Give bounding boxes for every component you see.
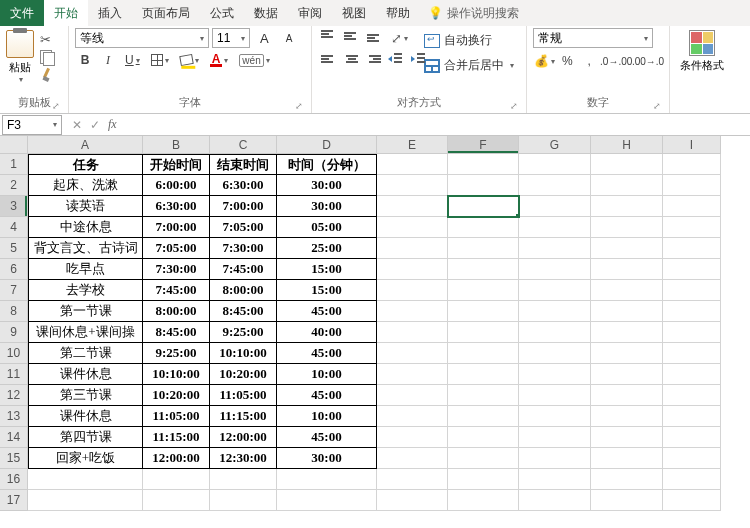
cell-A4[interactable]: 中途休息 [28, 217, 143, 238]
cell-B6[interactable]: 7:30:00 [143, 259, 210, 280]
cell-D10[interactable]: 45:00 [277, 343, 377, 364]
cell-D14[interactable]: 45:00 [277, 427, 377, 448]
cell-F13[interactable] [448, 406, 519, 427]
row-header-13[interactable]: 13 [0, 406, 28, 427]
cell-D1[interactable]: 时间（分钟） [277, 154, 377, 175]
cell-D7[interactable]: 15:00 [277, 280, 377, 301]
conditional-formatting-button[interactable]: 条件格式 [676, 28, 728, 75]
align-center-button[interactable] [341, 51, 361, 65]
cell-I9[interactable] [663, 322, 721, 343]
cell-A8[interactable]: 第一节课 [28, 301, 143, 322]
cell-A1[interactable]: 任务 [28, 154, 143, 175]
cell-B11[interactable]: 10:10:00 [143, 364, 210, 385]
cell-G16[interactable] [519, 469, 591, 490]
cell-D4[interactable]: 05:00 [277, 217, 377, 238]
cell-I1[interactable] [663, 154, 721, 175]
cell-C9[interactable]: 9:25:00 [210, 322, 277, 343]
cells-area[interactable]: 任务开始时间结束时间时间（分钟）起床、洗漱6:00:006:30:0030:00… [28, 154, 721, 511]
row-header-3[interactable]: 3 [0, 196, 28, 217]
cell-G8[interactable] [519, 301, 591, 322]
dialog-launcher-icon[interactable]: ⤢ [295, 101, 303, 111]
cell-A14[interactable]: 第四节课 [28, 427, 143, 448]
column-header-H[interactable]: H [591, 136, 663, 154]
cell-H14[interactable] [591, 427, 663, 448]
cell-A16[interactable] [28, 469, 143, 490]
increase-decimal-button[interactable]: .0→.00 [601, 51, 631, 71]
row-header-9[interactable]: 9 [0, 322, 28, 343]
row-header-15[interactable]: 15 [0, 448, 28, 469]
cell-F8[interactable] [448, 301, 519, 322]
cell-A7[interactable]: 去学校 [28, 280, 143, 301]
font-name-combo[interactable]: 等线▾ [75, 28, 209, 48]
cell-H5[interactable] [591, 238, 663, 259]
cell-E6[interactable] [377, 259, 448, 280]
fill-color-button[interactable]: ▾ [176, 50, 203, 70]
row-header-12[interactable]: 12 [0, 385, 28, 406]
cut-button[interactable] [40, 32, 58, 46]
cell-H10[interactable] [591, 343, 663, 364]
cell-B2[interactable]: 6:00:00 [143, 175, 210, 196]
cell-F9[interactable] [448, 322, 519, 343]
cell-I3[interactable] [663, 196, 721, 217]
cell-A15[interactable]: 回家+吃饭 [28, 448, 143, 469]
select-all-corner[interactable] [0, 136, 28, 154]
cell-C7[interactable]: 8:00:00 [210, 280, 277, 301]
cell-I13[interactable] [663, 406, 721, 427]
cell-C1[interactable]: 结束时间 [210, 154, 277, 175]
cell-A12[interactable]: 第三节课 [28, 385, 143, 406]
cell-D17[interactable] [277, 490, 377, 511]
cell-G14[interactable] [519, 427, 591, 448]
align-top-button[interactable] [318, 28, 338, 42]
cell-D3[interactable]: 30:00 [277, 196, 377, 217]
fx-icon[interactable]: fx [108, 117, 117, 132]
cell-G5[interactable] [519, 238, 591, 259]
cell-C13[interactable]: 11:15:00 [210, 406, 277, 427]
cell-C17[interactable] [210, 490, 277, 511]
cell-I15[interactable] [663, 448, 721, 469]
row-header-11[interactable]: 11 [0, 364, 28, 385]
cell-I12[interactable] [663, 385, 721, 406]
cell-D11[interactable]: 10:00 [277, 364, 377, 385]
cell-H16[interactable] [591, 469, 663, 490]
row-header-6[interactable]: 6 [0, 259, 28, 280]
row-header-4[interactable]: 4 [0, 217, 28, 238]
cell-C2[interactable]: 6:30:00 [210, 175, 277, 196]
cell-E11[interactable] [377, 364, 448, 385]
cell-E3[interactable] [377, 196, 448, 217]
cell-H11[interactable] [591, 364, 663, 385]
bold-button[interactable]: B [75, 50, 95, 70]
cell-F3[interactable] [448, 196, 519, 217]
cell-H4[interactable] [591, 217, 663, 238]
cell-G12[interactable] [519, 385, 591, 406]
cell-I10[interactable] [663, 343, 721, 364]
tell-me-search[interactable]: 💡操作说明搜索 [420, 5, 527, 22]
cell-B16[interactable] [143, 469, 210, 490]
cell-H7[interactable] [591, 280, 663, 301]
cell-C11[interactable]: 10:20:00 [210, 364, 277, 385]
cell-B3[interactable]: 6:30:00 [143, 196, 210, 217]
cell-I2[interactable] [663, 175, 721, 196]
cell-I6[interactable] [663, 259, 721, 280]
cell-I14[interactable] [663, 427, 721, 448]
cell-A10[interactable]: 第二节课 [28, 343, 143, 364]
tab-page-layout[interactable]: 页面布局 [132, 0, 200, 26]
cell-C16[interactable] [210, 469, 277, 490]
cell-C5[interactable]: 7:30:00 [210, 238, 277, 259]
cell-I4[interactable] [663, 217, 721, 238]
tab-data[interactable]: 数据 [244, 0, 288, 26]
decrease-font-button[interactable]: A [279, 28, 300, 48]
cell-F2[interactable] [448, 175, 519, 196]
cell-H13[interactable] [591, 406, 663, 427]
cell-F16[interactable] [448, 469, 519, 490]
underline-button[interactable]: U▾ [121, 50, 144, 70]
merge-center-button[interactable]: 合并后居中▾ [424, 57, 514, 74]
align-left-button[interactable] [318, 51, 338, 65]
decrease-decimal-button[interactable]: .00→.0 [633, 51, 663, 71]
tab-file[interactable]: 文件 [0, 0, 44, 26]
cell-I17[interactable] [663, 490, 721, 511]
cell-D12[interactable]: 45:00 [277, 385, 377, 406]
cell-H6[interactable] [591, 259, 663, 280]
cell-B5[interactable]: 7:05:00 [143, 238, 210, 259]
row-header-10[interactable]: 10 [0, 343, 28, 364]
cell-D16[interactable] [277, 469, 377, 490]
